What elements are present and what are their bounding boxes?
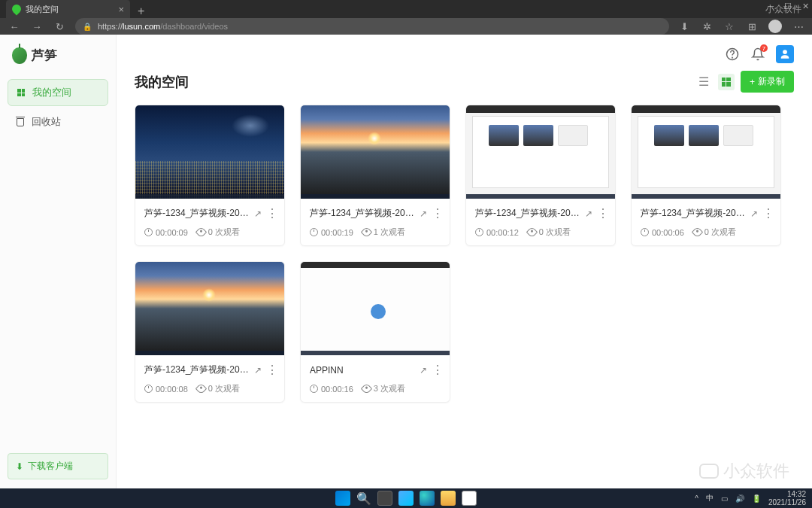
video-views: 0 次观看 [539,227,571,238]
more-icon[interactable]: ⋮ [266,206,275,221]
clock-icon [310,385,318,393]
video-views: 0 次观看 [208,227,240,238]
video-thumbnail [632,105,780,199]
video-title: 芦笋-1234_芦笋视频-20211126 [144,364,250,376]
user-avatar[interactable] [776,45,794,63]
video-thumbnail [301,262,450,355]
video-title: 芦笋-1234_芦笋视频-20211126 [310,207,415,220]
video-card[interactable]: 芦笋-1234_芦笋视频-20211126↗⋮00:00:080 次观看 [135,261,285,403]
new-record-button[interactable]: + 新录制 [741,71,794,93]
share-icon[interactable]: ↗ [254,208,262,219]
edge-icon[interactable] [420,491,435,506]
video-views: 0 次观看 [704,227,736,238]
browser-profile-icon[interactable] [768,20,782,33]
sidebar: 芦笋 我的空间 回收站 ⬇ 下载客户端 [0,35,117,488]
video-title: 芦笋-1234_芦笋视频-20211126 [475,207,580,220]
more-icon[interactable]: ⋮ [266,363,275,377]
eye-icon [526,227,538,239]
search-icon[interactable]: 🔍 [356,491,371,506]
video-title: APPINN [310,365,415,376]
share-icon[interactable]: ↗ [585,208,592,219]
video-card[interactable]: 芦笋-1234_芦笋视频-20211126↗⋮00:00:060 次观看 [631,105,781,246]
browser-menu-icon[interactable]: ⋯ [792,20,804,32]
main-content: 7 我的空间 ☰ + 新录制 芦笋-1234_芦笋视频-20211126↗⋮00… [117,35,812,488]
video-thumbnail [301,105,450,199]
extensions-icon[interactable]: ✲ [701,20,713,32]
video-card[interactable]: APPINN↗⋮00:00:163 次观看 [300,261,450,403]
tab-favicon-icon [11,3,23,16]
favorites-icon[interactable]: ☆ [723,20,735,32]
start-icon[interactable] [335,491,350,506]
collections-icon[interactable]: ⊞ [746,20,758,32]
more-icon[interactable]: ⋮ [762,206,771,221]
view-list-icon[interactable]: ☰ [695,74,712,90]
app-install-icon[interactable]: ⬇ [678,20,690,32]
download-client-button[interactable]: ⬇ 下载客户端 [8,453,108,479]
nav-back-icon[interactable]: ← [8,21,21,32]
app-logo[interactable]: 芦笋 [8,44,108,67]
view-grid-icon[interactable] [718,74,735,90]
video-duration: 00:00:09 [156,228,188,237]
download-icon: ⬇ [16,461,23,472]
video-thumbnail [466,105,615,199]
volume-icon[interactable]: 🔊 [735,494,744,503]
window-close[interactable]: ✕ [802,2,809,11]
page-title: 我的空间 [135,73,189,91]
explorer-icon[interactable] [441,491,456,506]
eye-icon [692,227,704,239]
browser-chrome: ─ ☐ ✕ 我的空间 × + ← → ↻ 🔒 https://lusun.com… [0,0,812,35]
video-card[interactable]: 芦笋-1234_芦笋视频-20211126↗⋮00:00:120 次观看 [465,105,616,246]
address-bar[interactable]: 🔒 https://lusun.com/dashboard/videos [75,18,669,35]
new-tab-button[interactable]: + [130,5,152,18]
more-icon[interactable]: ⋮ [432,363,441,377]
window-minimize[interactable]: ─ [768,2,774,11]
clock-icon [144,228,153,236]
more-icon[interactable]: ⋮ [432,206,441,221]
cast-icon[interactable]: ▭ [721,494,728,503]
help-icon[interactable] [725,47,740,62]
taskbar-clock[interactable]: 14:32 2021/11/26 [768,490,806,506]
nav-reload-icon[interactable]: ↻ [53,21,66,32]
clock-icon [641,228,649,236]
share-icon[interactable]: ↗ [254,365,262,376]
battery-icon[interactable]: 🔋 [752,494,761,503]
share-icon[interactable]: ↗ [750,208,758,219]
video-thumbnail [135,105,284,199]
video-duration: 00:00:16 [321,385,353,394]
sidebar-item-label: 回收站 [32,115,61,129]
nav-forward-icon[interactable]: → [30,21,44,32]
browser-tab[interactable]: 我的空间 × [6,0,130,18]
video-duration: 00:00:06 [652,228,684,237]
notification-badge: 7 [760,44,768,52]
tray-chevron-icon[interactable]: ^ [695,494,698,503]
share-icon[interactable]: ↗ [420,208,427,219]
more-icon[interactable]: ⋮ [597,206,606,221]
video-views: 1 次观看 [374,227,405,238]
plus-icon: + [750,77,755,87]
tab-close-icon[interactable]: × [118,4,124,15]
video-duration: 00:00:12 [486,228,519,237]
store-icon[interactable] [462,491,477,506]
clock-icon [310,228,318,236]
widgets-icon[interactable] [398,491,414,506]
sidebar-item-recycle[interactable]: 回收站 [8,109,108,135]
video-views: 3 次观看 [374,383,405,394]
video-card[interactable]: 芦笋-1234_芦笋视频-20211126↗⋮00:00:090 次观看 [135,105,285,246]
video-card[interactable]: 芦笋-1234_芦笋视频-20211126↗⋮00:00:191 次观看 [300,105,450,246]
grid-icon [16,87,26,98]
url-text: https://lusun.com/dashboard/videos [98,22,228,31]
notifications-icon[interactable]: 7 [750,47,765,62]
ime-indicator[interactable]: 中 [706,493,714,503]
video-title: 芦笋-1234_芦笋视频-20211126 [144,207,250,220]
tab-title: 我的空间 [26,4,114,15]
video-duration: 00:00:19 [321,228,353,237]
task-view-icon[interactable] [377,491,392,506]
windows-taskbar: 🔍 ^ 中 ▭ 🔊 🔋 14:32 2021/11/26 [0,488,812,508]
window-maximize[interactable]: ☐ [784,2,792,11]
asparagus-icon [12,47,27,64]
video-views: 0 次观看 [208,383,240,394]
share-icon[interactable]: ↗ [420,365,427,376]
clock-icon [144,385,153,393]
clock-icon [475,228,483,236]
sidebar-item-myspace[interactable]: 我的空间 [8,79,108,106]
